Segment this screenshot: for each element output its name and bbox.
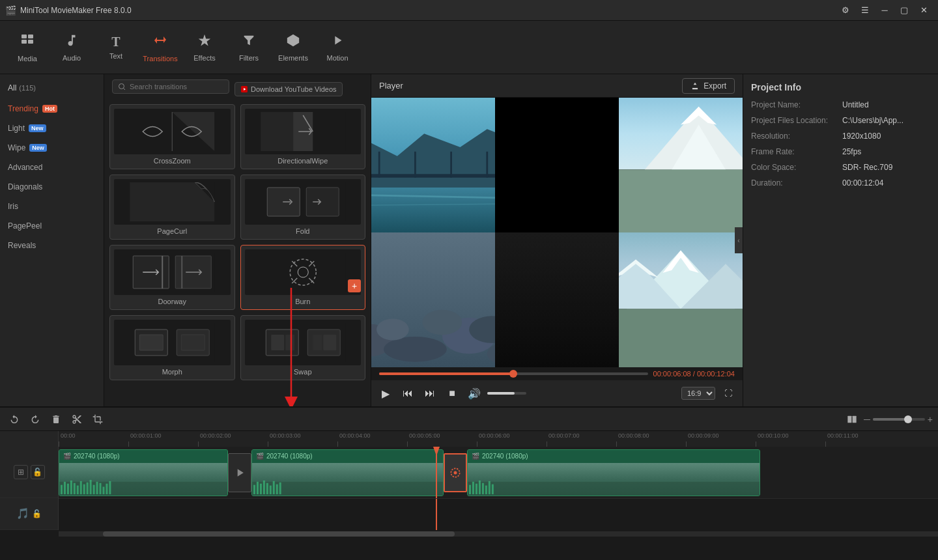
timeline-scrollbar[interactable] (59, 531, 938, 537)
transition-clip-1[interactable] (228, 453, 251, 492)
ruler-label-0: 00:00 (61, 432, 76, 439)
toolbar-item-media[interactable]: Media (5, 25, 50, 70)
sidebar-item-reveals[interactable]: Reveals (0, 236, 104, 255)
sidebar-item-advanced[interactable]: Advanced (0, 158, 104, 177)
prev-frame-button[interactable]: ⏮ (399, 384, 417, 402)
video-cell-1 (371, 98, 495, 232)
sidebar-item-wipe[interactable]: Wipe New (0, 138, 104, 158)
sidebar-item-pagepeel[interactable]: PagePeel (0, 216, 104, 236)
progress-thumb[interactable] (509, 370, 517, 378)
crop-button[interactable] (89, 410, 107, 428)
sidebar-item-diagonals[interactable]: Diagonals (0, 177, 104, 197)
burn-svg (245, 253, 362, 292)
volume-slider[interactable] (487, 392, 526, 395)
svg-rect-111 (468, 481, 760, 495)
ruler-mark-0: 00:00 (59, 441, 128, 447)
video-clip-1[interactable]: 🎬 202740 (1080p) (59, 449, 228, 496)
video-clip-3[interactable]: 🎬 202740 (1080p) (467, 449, 760, 496)
svg-rect-81 (61, 484, 63, 494)
ruler-label-3: 00:00:03:00 (270, 432, 301, 439)
download-youtube-btn[interactable]: Download YouTube Videos (234, 82, 343, 96)
zoom-out-icon[interactable]: ─ (864, 414, 870, 425)
clip-1-thumb-svg (59, 463, 227, 496)
transition-card-directionalwipe[interactable]: DirectionalWipe (240, 104, 366, 169)
sidebar-item-trending[interactable]: Trending Hot (0, 99, 104, 119)
cut-button[interactable] (68, 410, 86, 428)
search-bar[interactable] (112, 79, 229, 94)
track-add-btn[interactable]: ⊞ (14, 465, 28, 479)
video-cell-4 (371, 232, 495, 367)
fullscreen-button[interactable]: ⛶ (719, 384, 737, 402)
panel-toggle[interactable]: ‹ (735, 227, 743, 253)
stop-button[interactable]: ■ (443, 384, 461, 402)
hot-badge: Hot (42, 105, 57, 113)
toolbar-item-text[interactable]: T Text (94, 25, 138, 70)
export-icon (690, 81, 700, 91)
zoom-in-icon[interactable]: + (928, 414, 933, 425)
zoom-thumb[interactable] (904, 415, 912, 423)
search-input[interactable] (130, 83, 214, 91)
transition-card-burn[interactable]: Burn + (240, 245, 366, 310)
seek-bar[interactable] (379, 372, 648, 375)
morph-preview (114, 320, 231, 365)
ruler-mark-3: 00:00:03:00 (268, 441, 337, 447)
maximize-btn[interactable]: ▢ (895, 3, 913, 18)
scrollbar-thumb[interactable] (103, 531, 455, 537)
transition-card-doorway[interactable]: Doorway (109, 245, 235, 310)
ruler-mark-5: 00:00:05:00 (407, 441, 477, 447)
svg-rect-118 (489, 481, 490, 494)
video-cell-2 (495, 98, 619, 232)
transition-clip-2[interactable] (444, 453, 467, 492)
transition-card-fold[interactable]: Fold (240, 175, 366, 240)
toolbar-item-filters[interactable]: Filters (227, 25, 271, 70)
zoom-slider[interactable] (873, 418, 925, 421)
svg-rect-74 (619, 309, 743, 367)
info-label-resolution: Resolution: (751, 132, 842, 141)
ruler-marks-row: 00:00 00:00:01:00 00:00:02:00 00:00:03:0… (59, 431, 938, 447)
transition-card-swap[interactable]: Swap (240, 315, 366, 380)
info-label-name: Project Name: (751, 100, 842, 109)
svg-rect-104 (270, 485, 272, 494)
delete-button[interactable] (47, 410, 65, 428)
next-frame-button[interactable]: ⏭ (421, 384, 439, 402)
transition-card-crosszoom[interactable]: CrossZoom (109, 104, 235, 169)
add-burn-btn[interactable]: + (348, 279, 361, 292)
volume-button[interactable]: 🔊 (465, 384, 483, 402)
sidebar-item-iris[interactable]: Iris (0, 197, 104, 216)
toolbar-item-elements[interactable]: Elements (271, 25, 315, 70)
zoom-control: ─ + (864, 414, 933, 425)
minimize-btn[interactable]: ─ (875, 3, 894, 18)
export-button[interactable]: Export (682, 78, 735, 94)
time-display: 00:00:06:08 / 00:00:12:04 (653, 370, 735, 378)
menu-btn[interactable]: ☰ (856, 3, 874, 18)
sidebar-item-light[interactable]: Light New (0, 119, 104, 138)
timeline-split-view-btn[interactable] (843, 410, 861, 428)
toolbar-item-motion[interactable]: Motion (315, 25, 360, 70)
svg-rect-42 (313, 335, 322, 350)
video-cell-6 (619, 232, 743, 367)
track-lock-btn[interactable]: 🔓 (31, 465, 45, 479)
audio-track-icon-btn[interactable]: 🎵 (16, 507, 29, 520)
toolbar-item-transitions[interactable]: Transitions (138, 25, 182, 70)
pagecurl-svg (114, 182, 231, 221)
audio-track-lock-btn[interactable]: 🔓 (32, 507, 42, 520)
close-btn[interactable]: ✕ (915, 3, 933, 18)
window-controls: ⚙ ☰ ─ ▢ ✕ (836, 3, 933, 18)
video-clip-2[interactable]: 🎬 202740 (1080p) (251, 449, 444, 496)
undo-button[interactable] (5, 410, 23, 428)
redo-button[interactable] (26, 410, 44, 428)
player-title: Player (379, 81, 403, 91)
toolbar-item-audio[interactable]: Audio (50, 25, 94, 70)
svg-rect-43 (323, 335, 336, 350)
transition-card-morph[interactable]: Morph (109, 315, 235, 380)
aspect-ratio-select[interactable]: 16:94:31:19:16 (681, 387, 715, 400)
clip-2-thumbnail (252, 463, 443, 496)
ruler-label-2: 00:00:02:00 (200, 432, 231, 439)
transitions-panel: Download YouTube Videos (104, 74, 371, 406)
play-button[interactable]: ▶ (377, 384, 395, 402)
ruler-label-5: 00:00:05:00 (409, 432, 440, 439)
transition-card-pagecurl[interactable]: PageCurl (109, 175, 235, 240)
video-cell-6-svg (619, 232, 743, 367)
settings-btn[interactable]: ⚙ (836, 3, 855, 18)
toolbar-item-effects[interactable]: Effects (182, 25, 227, 70)
